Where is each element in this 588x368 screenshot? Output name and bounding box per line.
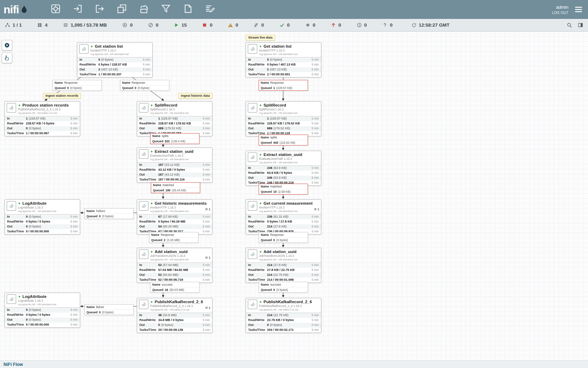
- stat-row-rw: Read/Write0 bytes / 27.8 KB5 min: [246, 219, 321, 224]
- processor-type: PublishKafkaRecord_2_6 1.16.3: [259, 304, 312, 308]
- running-status-icon: [150, 250, 153, 253]
- queued-count: 0: [135, 86, 136, 90]
- stat-row-in: In67(17.69 KB)5 min: [137, 214, 212, 219]
- global-menu-button[interactable]: [574, 5, 583, 14]
- template-icon[interactable]: [183, 4, 193, 15]
- breadcrumb-root[interactable]: NiFi Flow: [4, 362, 23, 367]
- queued-count: 443: [273, 141, 278, 144]
- processor-node[interactable]: Get station list InvokeHTTP 1.16.3 org.a…: [77, 42, 153, 77]
- uptodate-icon: [279, 22, 285, 28]
- logo-text: nifi: [4, 4, 19, 15]
- remote-process-group-icon[interactable]: [139, 4, 149, 15]
- queued-size: (0 bytes): [276, 238, 288, 242]
- panel-toggle-icon[interactable]: [578, 22, 583, 28]
- processor-node[interactable]: LogAttribute LogAttribute 1.16.3 org.apa…: [5, 293, 80, 328]
- processor-type: InvokeHTTP 1.16.3: [259, 206, 313, 209]
- current-user: admin: [552, 5, 568, 10]
- processor-node[interactable]: 1 PublishKafkaRecord_2_6 PublishKafkaRec…: [137, 298, 212, 333]
- processor-stats: In0(0 bytes)5 minRead/Write0 bytes / 0 b…: [5, 214, 80, 234]
- queued-size: (228.57 KB): [276, 86, 292, 90]
- processor-icon[interactable]: [50, 4, 61, 15]
- connection-label[interactable]: Name failure Queued 0 (0 bytes): [84, 304, 134, 315]
- connection-label[interactable]: Name success Queued 0 (0 bytes): [259, 282, 308, 293]
- connection-label[interactable]: Name matched Queued 10 (2.59 KB): [259, 184, 308, 195]
- output-port-icon[interactable]: [94, 4, 105, 15]
- processor-node[interactable]: 1 Get current measurement InvokeHTTP 1.1…: [246, 199, 321, 234]
- process-group-icon[interactable]: [117, 4, 127, 15]
- processor-node[interactable]: Extract station_uuid EvaluateJsonPath 1.…: [246, 151, 321, 186]
- stat-row-in: In0(0 bytes)5 min: [5, 308, 80, 313]
- connection-label[interactable]: Name Response Queued 0 (0 bytes): [52, 80, 102, 91]
- flow-label[interactable]: Ingest historic data: [178, 93, 212, 99]
- queued-count: 0: [99, 311, 101, 314]
- input-port-icon[interactable]: [72, 4, 83, 15]
- search-icon[interactable]: [567, 22, 572, 28]
- processor-bundle: org.apache.nifi - nifi-standard-nar: [18, 303, 56, 306]
- processor-node[interactable]: Get station list InvokeHTTP 1.16.3 org.a…: [246, 42, 321, 77]
- processor-node[interactable]: Extract station_uuid EvaluateJsonPath 1.…: [137, 148, 212, 183]
- processor-bundle: org.apache.nifi - nifi-kafka-2-6-nar: [150, 308, 203, 311]
- relationship-name: Response: [270, 81, 284, 84]
- processor-type: PublishKafkaRecord_2_6 1.16.3: [18, 108, 69, 111]
- queued-size: (0 bytes): [102, 311, 113, 314]
- processor-node[interactable]: SplitRecord SplitRecord 1.16.3 org.apach…: [246, 101, 321, 136]
- queued-count: 16: [165, 288, 168, 292]
- processor-node[interactable]: Add station_uuid JoltTransformJSON 1.16.…: [246, 248, 321, 283]
- queued-size: (0 bytes): [102, 214, 113, 218]
- connection-label[interactable]: Name success Queued 16 (50.03 MB): [150, 282, 200, 293]
- connection-label[interactable]: Name Response Queued 0 (0 bytes): [120, 80, 169, 91]
- processor-node[interactable]: SplitRecord SplitRecord 1.16.3 org.apach…: [137, 101, 212, 136]
- connection-label[interactable]: Name Response Queued 0 (0 bytes): [259, 232, 308, 243]
- processor-node[interactable]: PublishKafkaRecord_2_6 PublishKafkaRecor…: [246, 298, 321, 333]
- processor-node[interactable]: 1 Get historic measurements InvokeHTTP 1…: [137, 199, 212, 234]
- running-status-icon: [259, 153, 262, 156]
- flow-status-bar: 1 / 1 4 1,095 / 53.78 MB 0 0 15 0 0 0 0 …: [0, 19, 588, 32]
- funnel-icon[interactable]: [161, 4, 171, 15]
- processor-node[interactable]: Produce station records PublishKafkaReco…: [5, 101, 80, 136]
- component-toolbar: [50, 4, 215, 15]
- stat-row-in: In0(0 bytes)5 min: [5, 214, 80, 219]
- relationship-name: splits: [162, 134, 168, 138]
- flow-label[interactable]: Ingest station records: [43, 93, 81, 99]
- logout-link[interactable]: LOG OUT: [552, 11, 568, 15]
- queued-count: 0: [273, 238, 275, 242]
- processor-node[interactable]: LogAttribute LogAttribute 1.16.3 org.apa…: [5, 199, 80, 234]
- stat-row-out: Out52(84.82 MB)5 min: [137, 273, 212, 278]
- processor-stats: In236(61.31 KB)5 minRead/Write0 bytes / …: [246, 214, 321, 234]
- relationship-name: splits: [270, 136, 277, 139]
- processor-type: InvokeHTTP 1.16.3: [90, 49, 129, 52]
- refresh-icon[interactable]: [412, 23, 416, 28]
- processor-stats: In1(228.57 KB)5 minRead/Write228.57 KB /…: [5, 116, 80, 136]
- stat-row-tasks: Tasks/Time167 / 00:00:00.1165 min: [137, 177, 212, 182]
- processor-name: Get historic measurements: [155, 201, 206, 205]
- relationship-name: Response: [270, 233, 284, 237]
- queued-count: 522: [165, 139, 170, 143]
- running-status-icon: [18, 202, 21, 205]
- connection-label[interactable]: Name Response Queued 2 (3.25 MB): [149, 232, 198, 243]
- connection-label[interactable]: Name Failure Queued 0 (0 bytes): [84, 208, 134, 219]
- label-icon[interactable]: [205, 4, 215, 15]
- connection-label[interactable]: Name Response Queued 1 (228.57 KB): [259, 80, 308, 91]
- connection-label[interactable]: Name splits Queued 443 (115.62 KB): [259, 135, 308, 145]
- flow-canvas[interactable]: Stream live-dataIngest station recordsIn…: [0, 32, 588, 360]
- processor-node[interactable]: 1 Add station_uuid JoltTransformJSON 1.1…: [137, 248, 212, 283]
- connection-label[interactable]: Name matched Queued 100 (25.43 KB): [151, 182, 200, 193]
- relationship-name: matched: [162, 183, 174, 187]
- running-status-icon: [150, 300, 153, 304]
- stat-row-tasks: Tasks/Time1 / 00:00:00.3375 min: [77, 72, 152, 77]
- last-refresh[interactable]: 12:58:27 GMT: [412, 22, 450, 28]
- navigate-palette-button[interactable]: [2, 40, 12, 50]
- flow-label[interactable]: Stream live-data: [246, 35, 275, 41]
- operate-palette-button[interactable]: [2, 53, 12, 63]
- processor-name: Add station_uuid: [155, 250, 188, 254]
- processor-type: JoltTransformJSON 1.16.3: [150, 254, 189, 258]
- connection-label[interactable]: Name splits Queued 522 (136.4 KB): [150, 133, 200, 144]
- processor-type-icon: [7, 201, 16, 211]
- processor-stats: In214(27.8 KB)5 minRead/Write27.8 KB / 2…: [246, 263, 321, 282]
- stopped-count: 0: [202, 22, 212, 28]
- relationship-name: matched: [270, 185, 282, 188]
- processor-type: PublishKafkaRecord_2_6 1.16.3: [150, 304, 203, 308]
- stat-row-rw: Read/Write63.9 KB / 0 bytes5 min: [246, 171, 321, 176]
- total-queued: 1,095 / 53.78 MB: [63, 22, 107, 28]
- processor-name: Get station list: [264, 44, 292, 48]
